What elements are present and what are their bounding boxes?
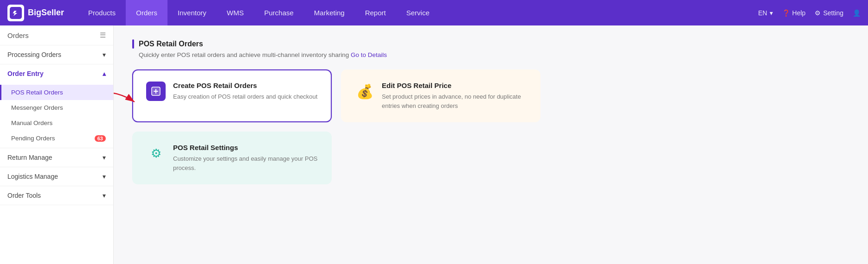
nav-report[interactable]: Report bbox=[355, 0, 396, 25]
logo-icon bbox=[7, 5, 24, 21]
sidebar-item-pos-retail-orders[interactable]: POS Retail Orders bbox=[0, 85, 113, 100]
pending-orders-label: Pending Orders bbox=[11, 135, 55, 142]
sidebar-header: Orders ☰ bbox=[0, 25, 113, 45]
logo-text: BigSeller bbox=[28, 8, 64, 18]
sidebar-item-manual-orders[interactable]: Manual Orders bbox=[0, 115, 113, 131]
pos-settings-desc: Customize your settings and easily manag… bbox=[173, 154, 318, 172]
edit-price-desc: Set product prices in advance, no need f… bbox=[382, 92, 527, 110]
page-title: POS Retail Orders bbox=[139, 40, 203, 48]
help-label: Help bbox=[792, 9, 806, 17]
main-content: POS Retail Orders Quickly enter POS reta… bbox=[114, 25, 868, 264]
return-manage-label: Return Manage bbox=[7, 154, 52, 161]
messenger-orders-label: Messenger Orders bbox=[11, 104, 63, 111]
sidebar-section-logistics-manage-header[interactable]: Logistics Manage ▾ bbox=[0, 167, 113, 186]
order-entry-chevron-icon: ▴ bbox=[103, 70, 106, 77]
processing-orders-chevron-icon: ▾ bbox=[103, 51, 106, 58]
nav-purchase[interactable]: Purchase bbox=[254, 0, 303, 25]
nav-wms[interactable]: WMS bbox=[217, 0, 254, 25]
card-pos-settings[interactable]: ⚙ POS Retail Settings Customize your set… bbox=[132, 132, 332, 184]
sidebar-section-order-tools-header[interactable]: Order Tools ▾ bbox=[0, 186, 113, 205]
card-create-pos[interactable]: Create POS Retail Orders Easy creation o… bbox=[132, 69, 332, 122]
nav-items: Products Orders Inventory WMS Purchase M… bbox=[78, 0, 758, 25]
pos-settings-icon: ⚙ bbox=[146, 144, 166, 163]
sidebar-title: Orders bbox=[7, 31, 29, 39]
manual-orders-label: Manual Orders bbox=[11, 119, 52, 126]
sidebar-item-pending-orders[interactable]: Pending Orders 63 bbox=[0, 131, 113, 146]
setting-button[interactable]: ⚙ Setting bbox=[815, 9, 843, 17]
edit-price-icon: 💰 bbox=[355, 82, 374, 101]
lang-label: EN bbox=[758, 9, 767, 17]
logo[interactable]: BigSeller bbox=[7, 5, 64, 21]
cards-grid: Create POS Retail Orders Easy creation o… bbox=[132, 69, 540, 184]
cards-container-wrapper: 3. bbox=[132, 69, 540, 184]
nav-service[interactable]: Service bbox=[396, 0, 440, 25]
pos-retail-orders-label: POS Retail Orders bbox=[11, 89, 63, 96]
gear-icon: ⚙ bbox=[815, 9, 821, 17]
title-accent bbox=[132, 39, 134, 49]
help-button[interactable]: ❓ Help bbox=[782, 9, 806, 17]
top-navigation: BigSeller Products Orders Inventory WMS … bbox=[0, 0, 868, 25]
lang-selector[interactable]: EN ▾ bbox=[758, 9, 772, 17]
sidebar-item-messenger-orders[interactable]: Messenger Orders bbox=[0, 100, 113, 115]
edit-price-title: Edit POS Retail Price bbox=[382, 82, 527, 89]
nav-marketing[interactable]: Marketing bbox=[304, 0, 355, 25]
order-tools-chevron-icon: ▾ bbox=[103, 192, 106, 199]
nav-inventory[interactable]: Inventory bbox=[167, 0, 217, 25]
user-avatar[interactable]: 👤 bbox=[853, 9, 861, 17]
order-entry-items: POS Retail Orders Messenger Orders Manua… bbox=[0, 83, 113, 148]
help-circle-icon: ❓ bbox=[782, 9, 790, 17]
create-pos-title: Create POS Retail Orders bbox=[173, 82, 317, 89]
return-manage-chevron-icon: ▾ bbox=[103, 154, 106, 161]
nav-products[interactable]: Products bbox=[78, 0, 126, 25]
card-edit-price[interactable]: 💰 Edit POS Retail Price Set product pric… bbox=[341, 69, 540, 122]
sidebar-section-return-manage-header[interactable]: Return Manage ▾ bbox=[0, 148, 113, 167]
lang-chevron-icon: ▾ bbox=[770, 9, 773, 17]
pending-orders-badge: 63 bbox=[95, 135, 106, 142]
order-tools-label: Order Tools bbox=[7, 192, 41, 199]
order-entry-label: Order Entry bbox=[7, 70, 44, 77]
logistics-manage-chevron-icon: ▾ bbox=[103, 173, 106, 180]
setting-label: Setting bbox=[823, 9, 843, 17]
sidebar-section-order-tools: Order Tools ▾ bbox=[0, 186, 113, 205]
edit-price-content: Edit POS Retail Price Set product prices… bbox=[382, 82, 527, 110]
processing-orders-label: Processing Orders bbox=[7, 51, 61, 58]
sidebar-section-processing-header[interactable]: Processing Orders ▾ bbox=[0, 45, 113, 64]
main-layout: Orders ☰ Processing Orders ▾ Order Entry… bbox=[0, 25, 868, 264]
pos-settings-title: POS Retail Settings bbox=[173, 144, 318, 151]
logistics-manage-label: Logistics Manage bbox=[7, 173, 58, 180]
create-pos-icon bbox=[146, 82, 166, 101]
page-description: Quickly enter POS retail orders and achi… bbox=[139, 51, 849, 58]
create-pos-desc: Easy creation of POS retail orders and q… bbox=[173, 92, 317, 101]
nav-right: EN ▾ ❓ Help ⚙ Setting 👤 bbox=[758, 9, 861, 17]
page-title-bar: POS Retail Orders bbox=[132, 39, 849, 49]
create-pos-content: Create POS Retail Orders Easy creation o… bbox=[173, 82, 317, 101]
user-icon: 👤 bbox=[853, 9, 861, 17]
sidebar-section-return-manage: Return Manage ▾ bbox=[0, 148, 113, 167]
pos-settings-content: POS Retail Settings Customize your setti… bbox=[173, 144, 318, 172]
sidebar-section-processing: Processing Orders ▾ bbox=[0, 45, 113, 64]
sidebar-section-order-entry: Order Entry ▴ POS Retail Orders Messenge… bbox=[0, 64, 113, 148]
sidebar-section-logistics-manage: Logistics Manage ▾ bbox=[0, 167, 113, 186]
sidebar: Orders ☰ Processing Orders ▾ Order Entry… bbox=[0, 25, 114, 264]
page-desc-text: Quickly enter POS retail orders and achi… bbox=[139, 51, 349, 58]
sidebar-menu-icon[interactable]: ☰ bbox=[100, 31, 106, 39]
go-to-details-link[interactable]: Go to Details bbox=[351, 51, 387, 58]
sidebar-section-order-entry-header[interactable]: Order Entry ▴ bbox=[0, 64, 113, 83]
nav-orders[interactable]: Orders bbox=[126, 0, 167, 25]
plus-box-icon bbox=[151, 86, 161, 96]
